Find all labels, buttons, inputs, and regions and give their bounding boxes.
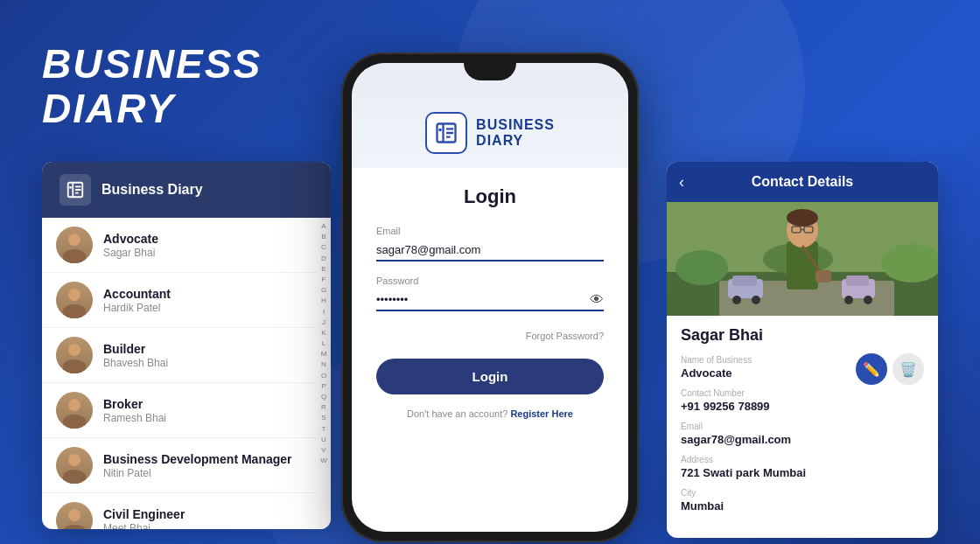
alpha-letter[interactable]: H	[321, 296, 326, 305]
alpha-letter[interactable]: G	[321, 285, 326, 295]
alpha-letter[interactable]: P	[321, 381, 326, 391]
svg-point-21	[752, 296, 760, 304]
list-panel-header: Business Diary	[42, 162, 331, 218]
alpha-letter[interactable]: Q	[321, 392, 326, 401]
alpha-letter[interactable]: L	[322, 338, 326, 348]
register-link[interactable]: Register Here	[510, 408, 573, 419]
svg-point-25	[864, 296, 872, 304]
detail-row: Address 721 Swati park Mumbai	[681, 455, 924, 479]
contact-photo	[667, 202, 938, 316]
svg-point-14	[676, 250, 728, 285]
field-value: Mumbai	[681, 499, 924, 513]
list-item[interactable]: Builder Bhavesh Bhai	[42, 328, 317, 383]
alpha-letter[interactable]: B	[321, 232, 326, 241]
detail-row: Contact Number +91 99256 78899	[681, 388, 924, 413]
alpha-letter[interactable]: D	[321, 254, 326, 263]
list-item[interactable]: Broker Ramesh Bhai	[42, 383, 317, 438]
alpha-letter[interactable]: F	[322, 275, 326, 284]
alpha-letter[interactable]: K	[321, 328, 326, 338]
detail-row: Name of Business Advocate ✏️ 🗑️	[681, 355, 924, 380]
alpha-letter[interactable]: V	[321, 445, 326, 455]
svg-point-31	[787, 209, 818, 227]
contact-role: Builder	[103, 342, 303, 356]
contact-info: Broker Ramesh Bhai	[103, 397, 303, 424]
email-input[interactable]	[376, 240, 604, 262]
alpha-letter[interactable]: W	[320, 456, 327, 465]
alphabet-index: ABCDEFGHIJKLMNOPQRSTUVW	[317, 218, 331, 529]
contact-name: Bhavesh Bhai	[103, 357, 303, 369]
email-group: Email	[376, 226, 604, 262]
avatar	[56, 337, 93, 373]
contact-role: Civil Engineer	[103, 507, 303, 521]
alpha-letter[interactable]: E	[321, 264, 326, 274]
contact-role: Broker	[103, 397, 303, 411]
svg-point-20	[732, 296, 741, 304]
eye-icon[interactable]: 👁	[590, 292, 604, 308]
field-value: sagar78@gmail.com	[681, 433, 924, 446]
field-value: +91 99256 78899	[681, 400, 924, 413]
list-item[interactable]: Civil Engineer Meet Bhai	[42, 493, 317, 529]
avatar	[56, 447, 93, 484]
password-field-wrapper: 👁	[376, 289, 604, 311]
contact-info: Builder Bhavesh Bhai	[103, 342, 303, 369]
phone-frame: BUSINESS DIARY Login Email Password 👁	[341, 52, 639, 542]
contact-name: Hardik Patel	[103, 302, 303, 314]
detail-fields: Name of Business Advocate ✏️ 🗑️ Contact …	[667, 352, 938, 532]
svg-point-24	[844, 296, 853, 304]
list-item[interactable]: Advocate Sagar Bhai	[42, 218, 317, 273]
svg-point-8	[438, 129, 442, 132]
contact-info: Accountant Hardik Patel	[103, 287, 303, 314]
edit-button[interactable]: ✏️	[856, 353, 887, 385]
alpha-letter[interactable]: O	[321, 371, 326, 380]
contact-list: Advocate Sagar Bhai Accountant Hardik Pa…	[42, 218, 317, 529]
contact-info: Advocate Sagar Bhai	[103, 232, 303, 259]
svg-point-2	[69, 186, 72, 189]
password-input[interactable]	[376, 289, 604, 311]
avatar	[56, 282, 93, 318]
alpha-letter[interactable]: T	[322, 424, 326, 434]
alpha-letter[interactable]: U	[321, 435, 326, 444]
field-label: Contact Number	[681, 388, 924, 398]
alpha-letter[interactable]: A	[321, 221, 326, 231]
contact-name: Sagar Bhai	[103, 247, 303, 259]
contact-name: Nitin Patel	[103, 467, 303, 479]
detail-row: Email sagar78@gmail.com	[681, 422, 924, 446]
alpha-letter[interactable]: N	[321, 359, 326, 369]
contact-info: Civil Engineer Meet Bhai	[103, 507, 303, 530]
svg-rect-26	[787, 241, 818, 289]
password-group: Password 👁	[376, 275, 604, 311]
email-label: Email	[376, 226, 604, 236]
list-item[interactable]: Accountant Hardik Patel	[42, 273, 317, 328]
app-logo: BUSINESS DIARY	[425, 112, 555, 154]
phone-screen: BUSINESS DIARY Login Email Password 👁	[352, 63, 628, 532]
field-value: 721 Swati park Mumbai	[681, 466, 924, 479]
list-item[interactable]: Business Development Manager Nitin Patel	[42, 438, 317, 493]
register-text: Don't have an account? Register Here	[376, 408, 604, 419]
field-label: City	[681, 488, 924, 498]
svg-rect-33	[816, 270, 831, 282]
alpha-letter[interactable]: J	[322, 317, 326, 327]
back-button[interactable]: ‹	[679, 173, 684, 192]
contact-role: Business Development Manager	[103, 452, 303, 466]
detail-title: Contact Details	[752, 174, 853, 190]
detail-contact-name: Sagar Bhai	[667, 316, 938, 352]
action-buttons: ✏️ 🗑️	[856, 353, 924, 385]
contact-detail-panel: ‹ Contact Details	[667, 162, 938, 538]
alpha-letter[interactable]: M	[321, 349, 327, 359]
avatar	[56, 392, 93, 429]
contact-list-panel: Business Diary Advocate Sagar Bhai Accou…	[42, 162, 331, 529]
alpha-letter[interactable]: S	[321, 413, 326, 422]
login-button[interactable]: Login	[376, 359, 604, 394]
header-book-icon	[60, 174, 91, 206]
detail-header: ‹ Contact Details	[667, 162, 938, 202]
phone-mockup: BUSINESS DIARY Login Email Password 👁	[341, 52, 639, 542]
svg-rect-19	[732, 275, 757, 286]
delete-button[interactable]: 🗑️	[892, 353, 924, 385]
contact-list-area: Advocate Sagar Bhai Accountant Hardik Pa…	[42, 218, 331, 529]
password-label: Password	[376, 275, 604, 286]
forgot-password[interactable]: Forgot Password?	[376, 331, 604, 341]
alpha-letter[interactable]: R	[321, 402, 326, 412]
app-title: BUSINESS DIARY	[42, 42, 262, 130]
alpha-letter[interactable]: C	[321, 242, 326, 252]
alpha-letter[interactable]: I	[323, 307, 325, 317]
